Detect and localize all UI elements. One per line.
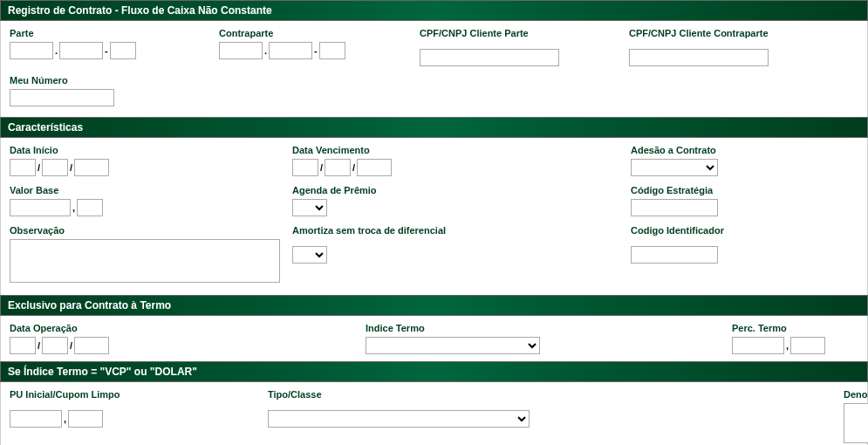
sep-comma: , [62,414,68,424]
adesao-select[interactable] [631,159,718,176]
pu-inicial-int[interactable] [10,410,62,428]
parte-input-2[interactable] [59,42,103,59]
header-title: Características [8,121,83,134]
indice-termo-select[interactable] [366,337,540,354]
data-op-d[interactable] [10,337,36,354]
agenda-premio-label: Agenda de Prêmio [292,185,631,195]
codigo-estrategia-label: Código Estratégia [631,185,718,195]
cpf-parte-input[interactable] [420,49,559,66]
pu-inicial-label: PU Inicial/Cupom Limpo [10,389,268,400]
meu-numero-label: Meu Número [10,75,114,86]
sep-dot: . [263,45,269,56]
data-inicio-m[interactable] [42,159,68,176]
data-inicio-y[interactable] [74,159,109,176]
data-venc-y[interactable] [357,159,392,176]
valor-base-label: Valor Base [10,185,292,195]
adesao-label: Adesão a Contrato [631,145,718,155]
indice-termo-label: Indice Termo [366,323,732,333]
sep-slash: / [36,162,42,173]
sep-dash: - [103,45,110,56]
data-venc-d[interactable] [292,159,318,176]
data-inicio-label: Data Início [10,145,292,155]
sep-slash: / [318,162,325,173]
parte-label: Parte [10,28,219,38]
contraparte-label: Contraparte [219,28,420,38]
sep-dash: - [312,45,319,56]
meu-numero-input[interactable] [10,89,114,106]
agenda-premio-select[interactable] [292,199,327,216]
parte-input-3[interactable] [110,42,136,59]
sep-comma: , [71,202,77,213]
perc-termo-label: Perc. Termo [732,323,825,333]
amortiza-label: Amortiza sem troca de diferencial [292,225,631,236]
data-operacao-label: Data Operação [10,323,366,333]
cpf-contraparte-label: CPF/CNPJ Cliente Contraparte [629,28,838,38]
header-vcp-dolar: Se Índice Termo = "VCP" ou "DOLAR" [0,361,868,382]
contraparte-input-2[interactable] [269,42,312,59]
codigo-estrategia-input[interactable] [631,199,718,216]
sep-slash: / [68,340,74,351]
cpf-parte-label: CPF/CNPJ Cliente Parte [420,28,629,38]
data-vencimento-label: Data Vencimento [292,145,631,155]
header-title: Se Índice Termo = "VCP" ou "DOLAR" [8,366,197,378]
header-title: Exclusivo para Contrato à Termo [8,299,171,312]
tipo-classe-select[interactable] [268,410,530,428]
data-inicio-d[interactable] [10,159,36,176]
header-termo: Exclusivo para Contrato à Termo [0,295,868,316]
codigo-identificador-label: Codigo Identificador [631,225,724,236]
sep-slash: / [351,162,357,173]
perc-termo-int[interactable] [732,337,784,354]
contraparte-input-3[interactable] [319,42,345,59]
amortiza-select[interactable] [292,246,327,264]
sep-slash: / [36,340,42,351]
body-termo: Data Operação / / Indice Termo Perc. Ter… [0,316,868,361]
denominacao-textarea[interactable] [844,403,868,443]
sep-dot: . [53,45,59,56]
observacao-textarea[interactable] [10,239,280,283]
data-op-y[interactable] [74,337,109,354]
observacao-label: Observação [10,225,292,236]
header-caracteristicas: Características [0,117,868,138]
contraparte-input-1[interactable] [219,42,263,59]
sep-slash: / [68,162,74,173]
header-title: Registro de Contrato - Fluxo de Caixa Nã… [8,4,272,17]
data-op-m[interactable] [42,337,68,354]
cpf-contraparte-input[interactable] [629,49,769,66]
parte-input-1[interactable] [10,42,53,59]
pu-inicial-dec[interactable] [68,410,103,428]
body-vcp-dolar: PU Inicial/Cupom Limpo , Tipo/Classe Den… [0,382,868,445]
valor-base-int[interactable] [10,199,71,216]
header-registro: Registro de Contrato - Fluxo de Caixa Nã… [0,0,868,21]
body-registro: Parte . - Contraparte . - CPF/CNPJ Clien… [0,21,868,117]
denominacao-label: Denominação [844,389,868,400]
sep-comma: , [784,340,790,351]
codigo-identificador-input[interactable] [631,246,718,264]
data-venc-m[interactable] [325,159,351,176]
tipo-classe-label: Tipo/Classe [268,389,844,400]
valor-base-dec[interactable] [77,199,103,216]
perc-termo-dec[interactable] [790,337,825,354]
body-caracteristicas: Data Início / / Data Vencimento / / Ades… [0,138,868,295]
